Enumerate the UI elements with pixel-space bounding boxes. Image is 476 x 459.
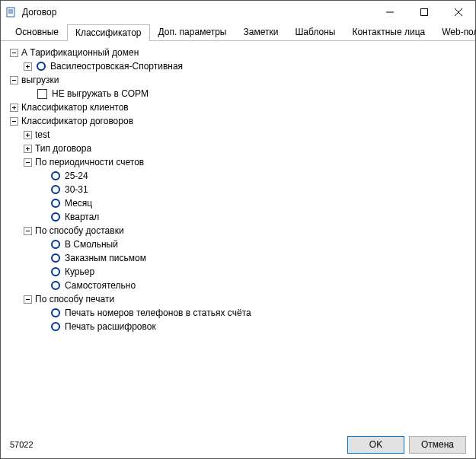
tree-node[interactable]: Курьер	[65, 265, 94, 279]
tree-node[interactable]: 25-24	[65, 169, 88, 183]
window-title: Договор	[22, 7, 372, 18]
expand-icon[interactable]	[24, 62, 32, 71]
maximize-button[interactable]	[407, 1, 441, 24]
collapse-icon[interactable]	[24, 227, 32, 235]
radio-unchecked[interactable]	[37, 62, 46, 71]
radio-unchecked[interactable]	[51, 171, 60, 180]
collapse-icon[interactable]	[24, 295, 32, 304]
tab-classifier[interactable]: Классификатор	[67, 24, 150, 41]
tab-contacts[interactable]: Контактные лица	[343, 24, 433, 40]
minimize-button[interactable]	[372, 1, 407, 24]
expand-icon[interactable]	[24, 145, 32, 153]
expand-icon[interactable]	[10, 104, 18, 112]
tree-node[interactable]: test	[35, 128, 50, 142]
tree-node[interactable]: В Смольный	[65, 237, 118, 251]
tree-panel: А Тарификационный домен Василеостровская…	[1, 41, 475, 431]
tree-node[interactable]: Тип договора	[35, 142, 91, 155]
tab-extra[interactable]: Доп. параметры	[150, 24, 235, 40]
tree-node[interactable]: Квартал	[65, 210, 99, 224]
tree-node[interactable]: По периодичности счетов	[35, 155, 144, 169]
close-button[interactable]	[441, 1, 475, 24]
tab-label: Шаблоны	[295, 27, 335, 37]
tab-label: Основные	[15, 27, 59, 37]
tree-node[interactable]: А Тарификационный домен	[21, 46, 139, 59]
tab-main[interactable]: Основные	[7, 24, 67, 40]
radio-unchecked[interactable]	[51, 281, 60, 290]
tab-label: Заметки	[243, 27, 278, 37]
radio-unchecked[interactable]	[51, 322, 60, 331]
tab-label: Классификатор	[75, 27, 142, 38]
tree-node[interactable]: 30-31	[65, 183, 88, 196]
tree-node[interactable]: Классификатор клиентов	[21, 100, 129, 114]
ok-button[interactable]: OK	[347, 436, 404, 454]
collapse-icon[interactable]	[10, 117, 18, 126]
tab-label: Web-пользоват	[442, 27, 476, 37]
expand-icon[interactable]	[24, 131, 32, 139]
radio-unchecked[interactable]	[51, 253, 60, 263]
tree-node[interactable]: выгрузки	[21, 73, 59, 87]
collapse-icon[interactable]	[10, 76, 18, 84]
tab-templates[interactable]: Шаблоны	[286, 24, 343, 40]
radio-unchecked[interactable]	[51, 308, 60, 317]
radio-unchecked[interactable]	[51, 199, 60, 208]
tree-node[interactable]: Печать расшифровок	[65, 320, 156, 333]
tree-node[interactable]: НЕ выгружать в СОРМ	[52, 87, 149, 100]
tab-label: Доп. параметры	[158, 27, 227, 37]
tree-node[interactable]: Месяц	[65, 196, 92, 210]
tree-node[interactable]: Классификатор договоров	[21, 114, 133, 128]
svg-rect-5	[420, 9, 427, 16]
collapse-icon[interactable]	[24, 158, 32, 167]
tree-node[interactable]: Заказным письмом	[65, 251, 146, 265]
tree-node[interactable]: Василеостровская-Спортивная	[50, 59, 183, 73]
tree-node[interactable]: По способу доставки	[35, 224, 124, 237]
radio-unchecked[interactable]	[51, 267, 60, 276]
cancel-button[interactable]: Отмена	[409, 436, 466, 454]
window-icon	[5, 6, 18, 18]
tab-webusers[interactable]: Web-пользоват	[433, 24, 476, 40]
radio-unchecked[interactable]	[51, 212, 60, 222]
button-label: Отмена	[421, 439, 454, 450]
tree-node[interactable]: По способу печати	[35, 292, 114, 306]
tab-label: Контактные лица	[352, 27, 425, 37]
checkbox-unchecked[interactable]	[37, 89, 47, 99]
button-label: OK	[369, 439, 382, 450]
svg-rect-0	[7, 8, 14, 17]
radio-unchecked[interactable]	[51, 185, 60, 194]
tab-notes[interactable]: Заметки	[235, 24, 286, 40]
radio-unchecked[interactable]	[51, 240, 60, 249]
tree-node[interactable]: Самостоятельно	[65, 279, 136, 292]
collapse-icon[interactable]	[10, 49, 18, 57]
tree-node[interactable]: Печать номеров телефонов в статьях счёта	[65, 306, 251, 320]
status-id: 57022	[10, 440, 34, 449]
